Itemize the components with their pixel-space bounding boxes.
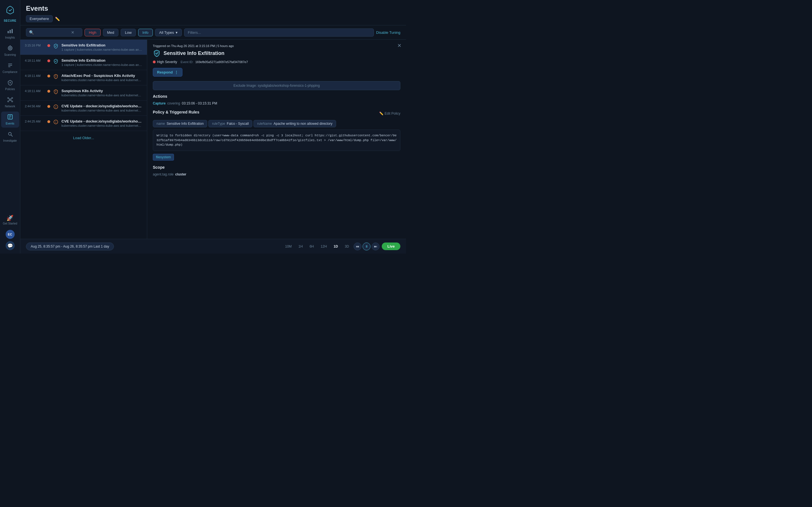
svg-point-33 <box>56 93 56 93</box>
sidebar-item-compliance[interactable]: Compliance <box>1 60 19 76</box>
svg-point-4 <box>9 47 11 49</box>
event-time: 4:18:11 AM <box>25 89 45 93</box>
disable-tuning-button[interactable]: Disable Tuning <box>376 31 400 35</box>
load-older-link[interactable]: Load Older... <box>73 136 94 140</box>
detail-panel: ✕ Triggered on Thu Aug 26 2021 at 3:15:1… <box>147 40 406 239</box>
severity-label: High Severity <box>157 60 177 64</box>
respond-menu-icon: ⋮ <box>174 70 178 74</box>
respond-label: Respond <box>157 70 173 74</box>
exclude-image-box[interactable]: Exclude Image: sysdiglabs/workshop-foren… <box>153 81 400 90</box>
rule-type-tag: ruleType Falco - Syscall <box>208 120 252 127</box>
filter-high-button[interactable]: High <box>85 29 101 36</box>
svg-point-12 <box>8 98 9 99</box>
get-started-icon: 🚀 <box>6 215 13 221</box>
search-icon: 🔍 <box>29 30 34 35</box>
network-icon <box>7 97 13 104</box>
pause-button[interactable]: ⏸ <box>363 242 370 250</box>
edit-policy-button[interactable]: ✏️ Edit Policy <box>379 112 400 115</box>
svg-point-13 <box>11 98 13 99</box>
interval-12h-button[interactable]: 12H <box>318 243 329 249</box>
rule-name-value: Sensitive Info Exfiltration <box>167 122 204 126</box>
severity-dot <box>47 105 50 108</box>
event-item[interactable]: 2:44:56 AM ! CVE Update - docker.io/sysd… <box>20 101 147 116</box>
svg-point-14 <box>8 101 9 102</box>
capture-row: Capture covering 03:15:06 - 03:15:31 PM <box>153 101 400 105</box>
interval-10m-button[interactable]: 10M <box>283 243 294 249</box>
svg-point-11 <box>9 99 11 101</box>
user-avatar[interactable]: EC <box>6 230 15 239</box>
event-id-label: Event ID: 169efb05a5271a9097e57faf347087… <box>181 60 248 64</box>
svg-line-16 <box>9 99 9 99</box>
event-cve-icon: ! <box>53 104 59 110</box>
rule-type-label: ruleType <box>212 122 225 126</box>
live-button[interactable]: Live <box>382 242 400 250</box>
sidebar-item-investigate[interactable]: Investigate <box>1 129 19 145</box>
severity-dot <box>47 120 50 123</box>
severity-dot <box>47 75 50 77</box>
scope-bar: Everywhere ✏️ <box>26 15 400 22</box>
search-input[interactable]: sensitive <box>36 31 69 35</box>
event-item[interactable]: 3:15:16 PM Sensitive Info Exfiltration 1… <box>20 40 147 55</box>
chevron-down-icon: ▾ <box>175 31 177 35</box>
sidebar-item-events[interactable]: Events <box>1 112 19 128</box>
skip-forward-button[interactable]: ⏭ <box>371 242 379 250</box>
bottom-bar: Aug 25, 8:35:57 pm - Aug 26, 8:35:57 pm … <box>20 239 406 253</box>
sidebar-item-policies[interactable]: Policies <box>1 77 19 93</box>
compliance-icon <box>7 62 13 69</box>
sidebar-item-insights[interactable]: Insights <box>1 25 19 42</box>
filter-bar: 🔍 sensitive ✕ High Med Low Info All Type… <box>20 25 406 40</box>
interval-6h-button[interactable]: 6H <box>307 243 316 249</box>
svg-line-27 <box>56 45 57 47</box>
event-shield-icon <box>53 43 59 49</box>
svg-point-3 <box>8 46 12 50</box>
svg-line-19 <box>11 100 11 101</box>
chat-icon[interactable]: 💬 <box>6 241 15 250</box>
scope-badge[interactable]: Everywhere <box>26 15 53 22</box>
event-item[interactable]: 4:18:11 AM Sensitive Info Exfiltration 1… <box>20 55 147 70</box>
content-area: 3:15:16 PM Sensitive Info Exfiltration 1… <box>20 40 406 239</box>
event-item[interactable]: 4:18:11 AM Suspicious K8s Activity kuber… <box>20 86 147 101</box>
search-clear-icon[interactable]: ✕ <box>71 31 74 34</box>
respond-button[interactable]: Respond ⋮ <box>153 68 183 76</box>
sidebar-item-get-started[interactable]: 🚀 Get Started <box>1 213 19 228</box>
filter-low-button[interactable]: Low <box>121 29 136 36</box>
sidebar-label-compliance: Compliance <box>3 70 17 74</box>
svg-point-31 <box>56 77 56 78</box>
event-item[interactable]: 4:18:11 AM Attach/Exec Pod - Suspicious … <box>20 70 147 86</box>
svg-line-29 <box>56 61 57 62</box>
event-body: Sensitive Info Exfiltration 1 capture | … <box>61 43 142 51</box>
scope-key: agent.tag.role <box>153 172 173 176</box>
interval-1d-button[interactable]: 1D <box>331 243 340 249</box>
event-item[interactable]: 2:44:25 AM ! CVE Update - docker.io/sysd… <box>20 116 147 131</box>
skip-back-button[interactable]: ⏮ <box>354 242 361 250</box>
rule-name-tag: name Sensitive Info Exfiltration <box>153 120 207 127</box>
sidebar-label-policies: Policies <box>5 88 15 91</box>
filesystem-tag[interactable]: filesystem <box>153 154 174 161</box>
capture-covering: covering <box>167 101 180 105</box>
interval-3d-button[interactable]: 3D <box>343 243 351 249</box>
type-select[interactable]: All Types ▾ <box>155 29 182 36</box>
sidebar-item-network[interactable]: Network <box>1 94 19 110</box>
severity-dot <box>47 59 50 62</box>
code-block: Writig to forbidden directory (user=www-… <box>153 129 400 151</box>
edit-scope-icon[interactable]: ✏️ <box>55 17 60 21</box>
svg-line-17 <box>11 99 11 99</box>
event-shield-icon <box>53 58 59 64</box>
detail-close-button[interactable]: ✕ <box>397 43 402 48</box>
event-time: 4:18:11 AM <box>25 73 45 77</box>
rule-type-value: Falco - Syscall <box>227 122 249 126</box>
sidebar-label-insights: Insights <box>5 36 15 40</box>
policies-icon <box>7 79 13 87</box>
svg-point-9 <box>10 82 11 83</box>
filters-input[interactable]: Filters... <box>184 29 374 37</box>
interval-1h-button[interactable]: 1H <box>296 243 305 249</box>
filter-med-button[interactable]: Med <box>103 29 118 36</box>
svg-rect-6 <box>8 64 12 64</box>
event-title: Suspicious K8s Activity <box>61 89 142 93</box>
capture-time: 03:15:06 - 03:15:31 PM <box>182 101 217 105</box>
sidebar-item-scanning[interactable]: Scanning <box>1 43 19 59</box>
time-range-badge[interactable]: Aug 25, 8:35:57 pm - Aug 26, 8:35:57 pm … <box>26 242 114 250</box>
event-shield-icon <box>53 73 59 79</box>
sidebar: SECURE Insights Scanning Compliance Poli… <box>0 0 20 253</box>
filter-info-button[interactable]: Info <box>138 29 153 36</box>
